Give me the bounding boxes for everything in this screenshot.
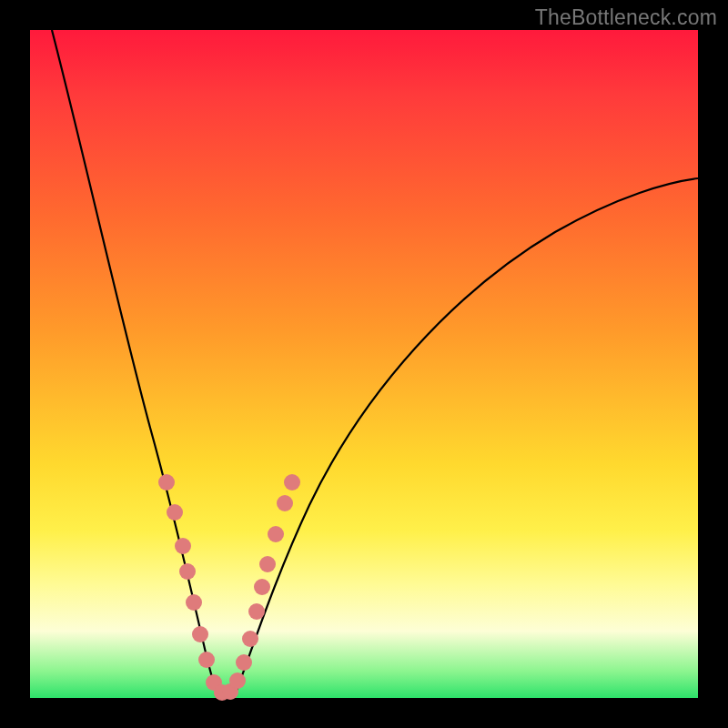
svg-point-18 (284, 474, 300, 490)
svg-point-1 (167, 504, 183, 521)
svg-point-13 (248, 603, 265, 620)
svg-point-15 (259, 556, 276, 572)
svg-point-4 (186, 594, 202, 611)
svg-point-11 (236, 654, 252, 671)
svg-point-0 (158, 474, 175, 490)
bottleneck-chart (0, 0, 728, 728)
svg-point-14 (254, 579, 270, 595)
svg-point-6 (198, 652, 215, 668)
svg-point-3 (179, 563, 196, 580)
svg-point-12 (242, 631, 258, 647)
svg-point-5 (192, 626, 208, 642)
curve-right (235, 178, 698, 695)
highlight-dots (158, 474, 300, 701)
svg-point-17 (277, 495, 293, 511)
svg-point-16 (268, 526, 284, 542)
svg-point-2 (175, 538, 191, 554)
curve-path-group (52, 30, 698, 697)
watermark-text: TheBottleneck.com (535, 5, 717, 30)
svg-point-10 (229, 672, 246, 689)
